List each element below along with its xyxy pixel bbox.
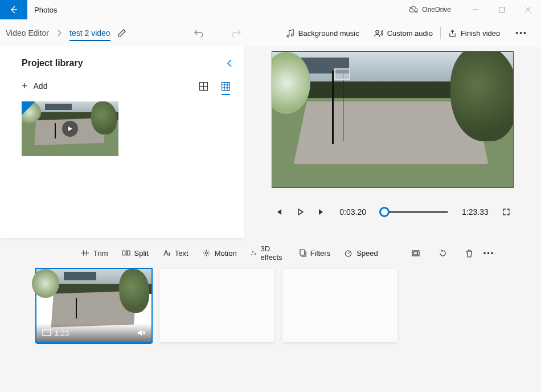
close-icon	[525, 7, 531, 13]
filters-button[interactable]: Filters	[292, 249, 337, 258]
current-time: 0:03.20	[339, 207, 366, 217]
preview-panel: 0:03.20 1:23.33	[244, 47, 541, 238]
split-icon	[122, 249, 130, 257]
speed-icon	[344, 249, 353, 257]
clip-duration: 1:23	[55, 329, 69, 337]
grid-small-icon	[222, 82, 230, 91]
sparkle-icon	[251, 249, 257, 257]
seek-slider[interactable]	[380, 211, 448, 213]
rotate-icon	[438, 249, 447, 258]
crop-icon	[411, 249, 420, 258]
ellipsis-icon: •••	[483, 249, 495, 258]
speed-button[interactable]: Speed	[337, 249, 385, 258]
arrow-left-icon	[9, 5, 18, 14]
svg-rect-7	[300, 250, 305, 255]
maximize-icon	[499, 7, 505, 13]
svg-point-1	[375, 30, 378, 33]
chevron-right-icon	[57, 30, 62, 36]
redo-button[interactable]	[231, 28, 241, 38]
volume-mute-icon	[137, 329, 146, 337]
play-preview-icon	[62, 121, 78, 137]
ellipsis-icon: •••	[515, 28, 527, 38]
background-music-button[interactable]: Background music	[278, 29, 367, 38]
person-audio-icon	[374, 29, 383, 38]
step-back-icon	[274, 208, 282, 216]
mute-indicator[interactable]	[137, 329, 146, 337]
storyboard-clip[interactable]: 1:23	[36, 269, 151, 342]
window-close-button[interactable]	[515, 0, 541, 19]
add-media-button[interactable]: + Add	[22, 81, 47, 91]
used-indicator-icon	[22, 101, 35, 115]
plus-icon: +	[22, 81, 28, 91]
filters-icon	[298, 249, 306, 257]
seek-thumb[interactable]	[379, 207, 390, 217]
svg-rect-10	[413, 252, 417, 255]
storyboard-more-button[interactable]: •••	[483, 249, 495, 258]
library-clip-item[interactable]	[22, 101, 118, 156]
project-library-panel: Project library + Add	[0, 47, 244, 238]
next-frame-button[interactable]	[318, 208, 326, 216]
svg-rect-5	[127, 251, 130, 255]
crop-button[interactable]	[411, 249, 420, 258]
back-button[interactable]	[0, 0, 27, 19]
cloud-offline-icon	[408, 6, 419, 14]
svg-rect-0	[499, 7, 505, 13]
motion-icon	[202, 249, 211, 257]
storyboard-empty-slot[interactable]	[282, 269, 397, 342]
svg-rect-11	[43, 330, 51, 336]
rotate-button[interactable]	[438, 249, 447, 258]
music-note-icon	[286, 29, 294, 38]
trim-icon	[81, 249, 89, 257]
delete-button[interactable]	[465, 249, 473, 258]
storyboard-empty-slot[interactable]	[159, 269, 274, 342]
minimize-icon	[473, 7, 478, 13]
prev-frame-button[interactable]	[274, 208, 282, 216]
view-small-button[interactable]	[222, 82, 230, 95]
grid-large-icon	[199, 82, 208, 91]
aspect-icon	[42, 329, 51, 336]
step-forward-icon	[318, 208, 326, 216]
finish-video-button[interactable]: Finish video	[441, 29, 507, 38]
fullscreen-icon	[502, 208, 510, 216]
window-maximize-button[interactable]	[489, 0, 515, 19]
svg-point-6	[205, 252, 207, 254]
play-icon	[296, 208, 304, 216]
pencil-icon	[117, 28, 126, 38]
effects3d-button[interactable]: 3D effects	[244, 244, 292, 262]
breadcrumb: Video Editor test 2 video	[6, 28, 110, 38]
undo-button[interactable]	[194, 28, 204, 38]
total-time: 1:23.33	[462, 207, 489, 217]
storyboard-strip: 1:23	[0, 268, 541, 353]
share-icon	[448, 29, 457, 38]
chevron-left-icon	[227, 59, 232, 68]
trash-icon	[465, 249, 473, 258]
svg-rect-3	[222, 82, 230, 90]
video-preview[interactable]	[272, 51, 514, 188]
window-minimize-button[interactable]	[462, 0, 489, 19]
svg-rect-9	[412, 251, 419, 256]
trim-button[interactable]: Trim	[74, 249, 115, 258]
selection-indicator	[36, 342, 151, 344]
undo-icon	[194, 28, 204, 38]
split-button[interactable]: Split	[115, 249, 155, 258]
more-options-button[interactable]: •••	[507, 28, 535, 38]
collapse-library-button[interactable]	[227, 59, 232, 68]
custom-audio-button[interactable]: Custom audio	[367, 29, 440, 38]
motion-button[interactable]: Motion	[195, 249, 244, 258]
onedrive-status[interactable]: OneDrive	[397, 0, 462, 19]
breadcrumb-project[interactable]: test 2 video	[69, 28, 110, 41]
text-button[interactable]: Text	[155, 249, 195, 258]
rename-project-button[interactable]	[117, 28, 126, 38]
fullscreen-button[interactable]	[502, 208, 510, 216]
library-title: Project library	[22, 58, 83, 68]
play-button[interactable]	[296, 208, 304, 216]
redo-icon	[231, 28, 241, 38]
breadcrumb-root[interactable]: Video Editor	[6, 28, 49, 38]
svg-rect-4	[122, 251, 125, 255]
storyboard-toolbar: Trim Split Text Motion 3D effects Filter…	[0, 238, 541, 268]
app-title: Photos	[27, 0, 64, 19]
view-large-button[interactable]	[199, 82, 208, 91]
text-icon	[162, 249, 171, 257]
